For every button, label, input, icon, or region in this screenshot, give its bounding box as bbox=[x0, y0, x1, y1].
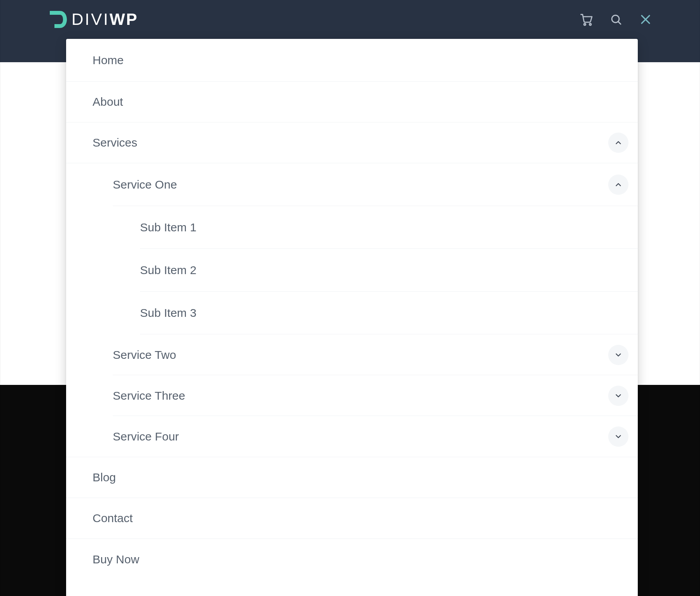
menu-item-label: Home bbox=[66, 54, 124, 67]
menu-item-label: Sub Item 3 bbox=[66, 306, 196, 320]
chevron-down-icon[interactable] bbox=[608, 426, 628, 447]
menu-item-service-one[interactable]: Service One bbox=[66, 163, 638, 206]
top-bar: DIVIWP bbox=[0, 0, 700, 39]
menu-item-service-four[interactable]: Service Four bbox=[66, 416, 638, 457]
menu-item-label: Blog bbox=[66, 471, 116, 484]
menu-item-service-three[interactable]: Service Three bbox=[66, 375, 638, 416]
menu-item-label: Service Three bbox=[66, 389, 185, 402]
search-icon[interactable] bbox=[608, 12, 624, 27]
menu-item-service-two[interactable]: Service Two bbox=[66, 334, 638, 375]
menu-item-sub-item-1[interactable]: Sub Item 1 bbox=[66, 206, 638, 249]
menu-item-label: Sub Item 2 bbox=[66, 264, 196, 277]
menu-item-label: About bbox=[66, 95, 123, 108]
menu-item-sub-item-3[interactable]: Sub Item 3 bbox=[66, 292, 638, 334]
logo-text-part2: WP bbox=[110, 10, 138, 29]
menu-item-home[interactable]: Home bbox=[66, 39, 638, 82]
chevron-up-icon[interactable] bbox=[608, 175, 628, 195]
main-menu-panel: Home About Services Service One bbox=[66, 39, 638, 596]
menu-item-label: Service Four bbox=[66, 430, 179, 443]
menu-item-label: Buy Now bbox=[66, 553, 139, 566]
logo-mark-icon bbox=[47, 9, 68, 30]
chevron-down-icon[interactable] bbox=[608, 345, 628, 365]
svg-point-0 bbox=[584, 23, 586, 25]
menu-item-sub-item-2[interactable]: Sub Item 2 bbox=[66, 249, 638, 292]
site-logo[interactable]: DIVIWP bbox=[47, 9, 138, 30]
menu-item-blog[interactable]: Blog bbox=[66, 457, 638, 498]
cart-icon[interactable] bbox=[579, 12, 594, 27]
menu-item-label: Contact bbox=[66, 512, 133, 525]
top-bar-icons bbox=[579, 12, 653, 27]
svg-line-3 bbox=[618, 22, 621, 24]
close-icon[interactable] bbox=[638, 12, 653, 27]
chevron-down-icon[interactable] bbox=[608, 386, 628, 406]
chevron-up-icon[interactable] bbox=[608, 133, 628, 153]
submenu-services: Service One Sub Item 1 bbox=[66, 163, 638, 457]
logo-text: DIVIWP bbox=[72, 10, 138, 29]
menu-item-services[interactable]: Services bbox=[66, 122, 638, 163]
menu-item-contact[interactable]: Contact bbox=[66, 498, 638, 539]
logo-text-part1: DIVI bbox=[72, 10, 110, 29]
frame-edge-left bbox=[0, 0, 1, 596]
menu-item-label: Sub Item 1 bbox=[66, 221, 196, 234]
menu-list: Home About Services Service One bbox=[66, 39, 638, 580]
menu-item-label: Service One bbox=[66, 178, 177, 191]
menu-item-label: Service Two bbox=[66, 348, 176, 362]
svg-point-1 bbox=[590, 23, 592, 25]
submenu-service-one: Sub Item 1 Sub Item 2 Sub Item 3 bbox=[66, 206, 638, 334]
menu-item-label: Services bbox=[66, 136, 137, 149]
menu-item-about[interactable]: About bbox=[66, 82, 638, 122]
menu-item-buy-now[interactable]: Buy Now bbox=[66, 539, 638, 580]
